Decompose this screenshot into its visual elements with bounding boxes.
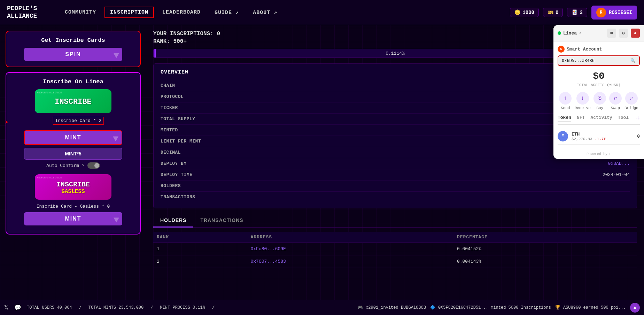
inscribe-on-linea-panel: Inscribe On Linea INSCRIBE Inscribe Card… xyxy=(6,72,141,235)
buy-action[interactable]: $ Buy xyxy=(593,92,606,110)
nav-guide[interactable]: GUIDE ↗ xyxy=(209,6,245,18)
discord-icon[interactable]: 💬 xyxy=(14,304,21,311)
wallet-tab-tool[interactable]: Tool xyxy=(618,115,629,122)
progress-fill xyxy=(154,49,156,57)
user-menu[interactable]: R ROSIESEI xyxy=(591,6,637,20)
eth-name: ETH xyxy=(572,132,634,137)
wallet-tab-nft[interactable]: NFT xyxy=(577,115,585,122)
sidebar: ➤ Get Inscribe Cards SPIN Inscribe On Li… xyxy=(0,25,146,300)
bridge-action[interactable]: ⇌ Bridge xyxy=(624,92,638,110)
event-icon-2: 🔷 xyxy=(430,305,435,310)
gasless-count: Inscribe Card - Gasless * 0 xyxy=(37,204,110,209)
address-1[interactable]: 0xFc80...609E xyxy=(247,243,453,255)
wallet-panel: Linea › ⊞ ⚙ ● S Smart Account 0x6D5...a8… xyxy=(553,25,644,159)
coin-icon: 🪙 xyxy=(514,9,520,15)
event-icon-3: 🏆 xyxy=(555,305,560,310)
ticket-icon: 🎫 xyxy=(548,9,553,15)
ticker-mints: TOTAL MINTS 23,543,000 xyxy=(88,305,143,310)
wallet-chain: Linea › xyxy=(558,31,581,36)
event-text-2: 0X5F820E16C472D51... minted 5000 Inscrip… xyxy=(438,305,551,310)
arrow-card: ➤ xyxy=(5,118,9,126)
spin-button[interactable]: SPIN xyxy=(24,48,122,61)
tab-holders[interactable]: HOLDERS xyxy=(153,214,193,228)
grid-icon-btn[interactable]: ⊞ xyxy=(607,29,616,38)
card-icon: 🃏 xyxy=(572,9,577,15)
rank-info: RANK: 500+ xyxy=(153,38,220,45)
nav-community[interactable]: COMMUNITY xyxy=(59,7,102,18)
event-text-3: ASU8960 earned 500 poi... xyxy=(563,305,626,310)
gasless-mint-button[interactable]: MINT xyxy=(24,212,122,225)
settings-icon-btn[interactable]: ⚙ xyxy=(619,29,628,38)
bottom-right: 🎮 x2901_invited BUBGAlOBOB 🔷 0X5F820E16C… xyxy=(358,303,640,313)
chain-chevron: › xyxy=(579,31,581,36)
event-mint: 🔷 0X5F820E16C472D51... minted 5000 Inscr… xyxy=(430,305,551,310)
receive-action[interactable]: ↓ Receive xyxy=(575,92,591,110)
nav-leaderboard[interactable]: LEADERBOARD xyxy=(157,7,206,18)
bottom-ticker: TOTAL USERS 40,064 / TOTAL MINTS 23,543,… xyxy=(27,305,215,310)
twitter-icon[interactable]: 𝕏 xyxy=(4,304,9,311)
event-earned: 🏆 ASU8960 earned 500 poi... xyxy=(555,305,626,310)
auto-confirm-row: Auto Confirm ? xyxy=(12,162,134,169)
logo: PEOPLE'S ALLIANCE xyxy=(7,5,45,20)
wallet-actions: ↑ Send ↓ Receive $ Buy ⇄ Swap ⇌ Bridge xyxy=(558,92,640,110)
col-percentage: PERCENTAGE xyxy=(453,232,637,243)
field-holders: HOLDERS xyxy=(161,180,630,192)
field-transactions: TRANSACTIONS xyxy=(161,192,630,202)
inscriptions-count: YOUR INSCRIPTIONS: 0 xyxy=(153,31,220,37)
nav-right: 🪙 1000 🎫 0 🃏 2 R ROSIESEI xyxy=(510,6,637,20)
receive-icon: ↓ xyxy=(576,92,589,105)
coins-badge: 🪙 1000 xyxy=(510,8,539,17)
gasless-line2: GASLESS xyxy=(40,189,106,195)
close-icon-btn[interactable]: ● xyxy=(631,29,640,38)
event-x2901: 🎮 x2901_invited BUBGAlOBOB xyxy=(358,305,426,310)
arrow-left: ➤ xyxy=(0,44,0,54)
tab-bar: HOLDERS TRANSACTIONS xyxy=(153,214,637,228)
wallet-tab-activity[interactable]: Activity xyxy=(590,115,612,122)
send-action[interactable]: ↑ Send xyxy=(559,92,572,110)
auto-confirm-toggle[interactable] xyxy=(87,162,100,169)
bottom-bar: 𝕏 💬 TOTAL USERS 40,064 / TOTAL MINTS 23,… xyxy=(0,300,644,315)
field-deploy-time: DEPLOY TIME 2024-01-04 xyxy=(161,169,630,180)
buy-label: Buy xyxy=(596,106,603,110)
balance-display: $0 xyxy=(558,71,640,82)
eth-change: -1.7% xyxy=(595,137,606,141)
bridge-icon: ⇌ xyxy=(625,92,638,105)
bridge-label: Bridge xyxy=(624,106,638,110)
mint5-button[interactable]: MINT*5 xyxy=(24,148,122,160)
tickets-badge: 🎫 0 xyxy=(543,8,563,17)
receive-label: Receive xyxy=(575,106,591,110)
add-token-btn[interactable]: + xyxy=(636,115,640,122)
swap-icon: ⇄ xyxy=(609,92,622,105)
expand-button[interactable]: ▲ xyxy=(630,303,640,313)
wallet-tab-token[interactable]: Token xyxy=(558,115,571,122)
get-cards-title: Get Inscribe Cards xyxy=(12,37,134,44)
ticker-process: MINT PROCESS 0.11% xyxy=(160,305,205,310)
nav-inscription[interactable]: INSCRIPTION xyxy=(104,7,154,18)
question-icon: ? xyxy=(82,163,85,168)
wallet-address[interactable]: 0x6D5...a8486 🔍 xyxy=(558,55,640,66)
avatar: R xyxy=(596,8,606,17)
rank-1: 1 xyxy=(153,243,247,255)
chain-label: Linea xyxy=(563,31,577,36)
col-rank: RANK xyxy=(153,232,247,243)
get-inscribe-cards-panel: ➤ Get Inscribe Cards SPIN xyxy=(6,31,141,67)
smart-account-label: S Smart Account xyxy=(558,46,640,53)
mint-button[interactable]: MINT xyxy=(24,130,122,145)
buy-icon: $ xyxy=(593,92,606,105)
address-2[interactable]: 0x7C07...4583 xyxy=(247,255,453,268)
tab-transactions[interactable]: TRANSACTIONS xyxy=(193,214,250,228)
bottom-left: 𝕏 💬 TOTAL USERS 40,064 / TOTAL MINTS 23,… xyxy=(4,304,215,311)
wallet-body: S Smart Account 0x6D5...a8486 🔍 $0 TOTAL… xyxy=(553,41,644,149)
event-text-1: x2901_invited BUBGAlOBOB xyxy=(366,305,426,310)
holders-table: RANK ADDRESS PERCENTAGE 1 0xFc80...609E … xyxy=(153,232,637,268)
wallet-header: Linea › ⊞ ⚙ ● xyxy=(553,25,644,41)
inscribe-linea-title: Inscribe On Linea xyxy=(12,78,134,85)
auto-confirm-label: Auto Confirm xyxy=(46,163,79,168)
ticker-sep2: / xyxy=(150,305,153,310)
swap-action[interactable]: ⇄ Swap xyxy=(609,92,622,110)
nav-about[interactable]: ABOUT ↗ xyxy=(247,6,283,18)
eth-icon: Ξ xyxy=(558,131,568,141)
balance-amount: $0 xyxy=(558,71,640,82)
gasless-line1: INSCRIBE xyxy=(40,179,106,189)
smart-account-avatar: S xyxy=(558,46,565,53)
